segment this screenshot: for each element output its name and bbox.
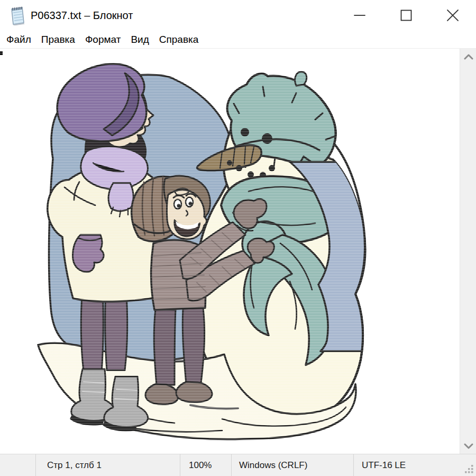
- status-cursor-position: Стр 1, стлб 1: [35, 454, 180, 476]
- maximize-button[interactable]: [383, 0, 429, 31]
- titlebar[interactable]: P06337.txt – Блокнот: [0, 0, 476, 31]
- scroll-down-button[interactable]: [460, 438, 476, 454]
- close-icon: [446, 9, 459, 22]
- status-spacer: [0, 454, 35, 476]
- menu-file[interactable]: Файл: [6, 34, 31, 45]
- status-encoding: UTF-16 LE: [353, 454, 476, 476]
- text-editor-area[interactable]: [0, 49, 460, 454]
- scroll-up-button[interactable]: [460, 49, 476, 65]
- boy-shoe-left: [145, 384, 178, 405]
- boy-pants-left: [154, 309, 176, 385]
- chevron-up-icon: [464, 53, 473, 60]
- resize-grip-icon[interactable]: [465, 465, 474, 474]
- menu-format[interactable]: Формат: [85, 34, 121, 45]
- notepad-icon: [8, 5, 26, 25]
- vertical-scrollbar[interactable]: [460, 49, 476, 454]
- status-line-endings: Windows (CRLF): [231, 454, 353, 476]
- chevron-down-icon: [464, 443, 473, 449]
- minimize-icon: [354, 14, 365, 16]
- woman-scarf-tail: [108, 183, 133, 211]
- snowman-clipart: [0, 49, 460, 454]
- window-title: P06337.txt – Блокнот: [31, 0, 133, 31]
- menubar: Файл Правка Формат Вид Справка: [0, 31, 476, 49]
- notepad-window: P06337.txt – Блокнот Файл Правка Формат …: [0, 0, 476, 476]
- beret-stem: [295, 72, 307, 86]
- menu-edit[interactable]: Правка: [41, 34, 75, 45]
- status-zoom-level[interactable]: 100%: [180, 454, 231, 476]
- snowman-eye-left: [241, 128, 249, 136]
- snowman-eye-right: [262, 133, 272, 144]
- boy-pants-right: [182, 308, 204, 384]
- text-caret: [0, 51, 3, 55]
- menu-help[interactable]: Справка: [159, 34, 199, 45]
- maximize-icon: [400, 10, 412, 21]
- menu-view[interactable]: Вид: [131, 34, 149, 45]
- boy-shoe-right: [176, 382, 212, 402]
- close-button[interactable]: [429, 0, 476, 31]
- statusbar: Стр 1, стлб 1 100% Windows (CRLF) UTF-16…: [0, 454, 476, 476]
- minimize-button[interactable]: [336, 0, 383, 31]
